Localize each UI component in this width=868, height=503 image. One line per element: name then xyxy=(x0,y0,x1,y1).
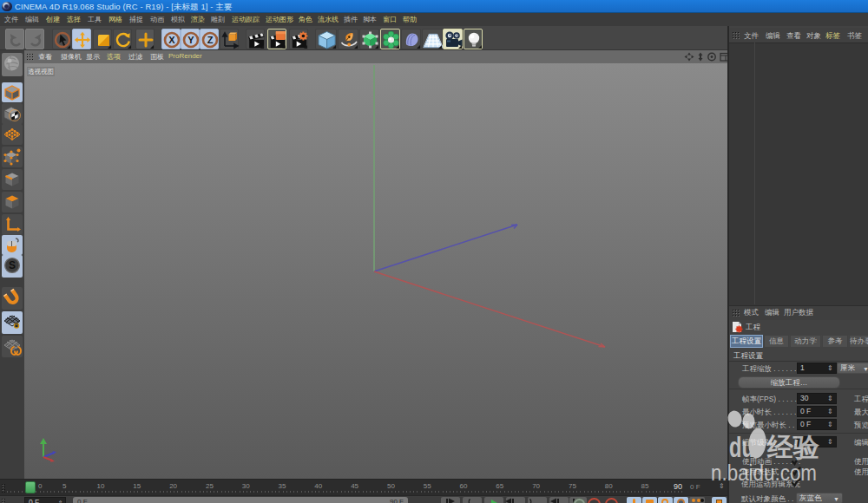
svg-text:经验: 经验 xyxy=(766,433,819,461)
svg-text:du: du xyxy=(729,431,754,463)
svg-text:n.baidu.com: n.baidu.com xyxy=(711,461,817,485)
svg-text:X: X xyxy=(168,35,175,45)
svg-text:S: S xyxy=(9,259,16,271)
svg-text:Y: Y xyxy=(187,35,194,45)
svg-text:Z: Z xyxy=(207,35,214,45)
